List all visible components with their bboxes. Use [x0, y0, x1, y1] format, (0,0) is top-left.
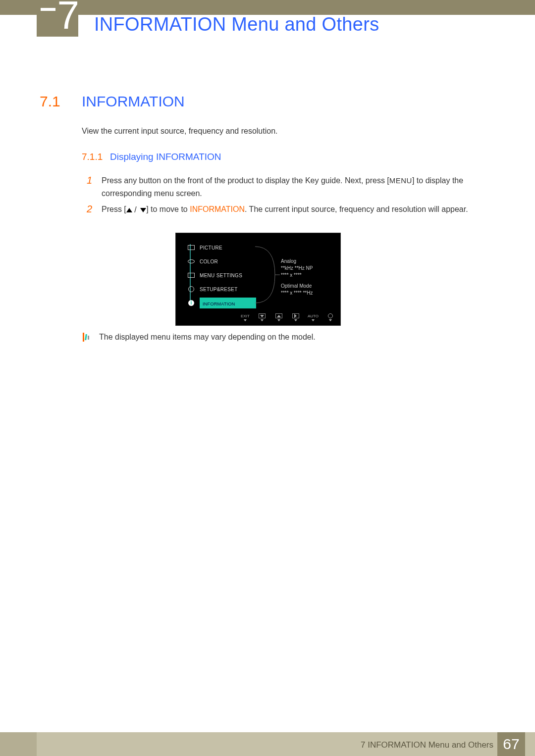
dot-icon	[329, 319, 332, 321]
dot-icon	[294, 319, 297, 321]
up-down-arrow-icon: /	[126, 203, 146, 216]
osd-optimal-value: **** x **** **Hz	[281, 290, 334, 297]
step-number: 1	[87, 174, 92, 187]
footer-left-strip	[0, 732, 37, 756]
menu-settings-icon	[187, 272, 196, 279]
dot-icon	[277, 319, 280, 321]
gear-icon	[187, 286, 196, 293]
step-text: Press any button on the front of the pro…	[102, 176, 389, 185]
osd-down-button	[257, 313, 267, 321]
osd-resolution: **** x ****	[281, 272, 334, 279]
dot-icon	[261, 319, 264, 321]
osd-btn-label: EXIT	[241, 314, 250, 318]
section-number: 7.1	[40, 93, 60, 110]
footer-chapter-label: 7 INFORMATION Menu and Others	[361, 740, 493, 750]
osd-item-setup-reset: SETUP&RESET	[187, 284, 256, 295]
osd-right-button	[291, 313, 301, 321]
osd-info-panel: Analog **kHz **Hz NP **** x **** Optimal…	[281, 258, 334, 297]
step-number: 2	[87, 202, 92, 215]
osd-item-picture: PICTURE	[187, 242, 256, 253]
osd-item-information: i INFORMATION	[187, 298, 256, 308]
manual-page: 7 INFORMATION Menu and Others 7.1 INFORM…	[0, 0, 535, 756]
osd-signal: Analog	[281, 258, 334, 265]
dot-icon	[244, 319, 247, 321]
osd-label: SETUP&RESET	[200, 287, 238, 292]
power-icon	[328, 313, 333, 318]
osd-label: COLOR	[200, 259, 218, 264]
step-text: ] to move to	[146, 205, 190, 213]
step-text: . The current input source, frequency an…	[245, 205, 468, 213]
osd-frequency: **kHz **Hz NP	[281, 265, 334, 272]
note-text: The displayed menu items may vary depend…	[99, 333, 316, 342]
osd-btn-label: AUTO	[308, 314, 319, 318]
dot-icon	[312, 319, 315, 321]
osd-auto-button: AUTO	[308, 314, 319, 321]
step-body: Press any button on the front of the pro…	[102, 174, 481, 200]
osd-screenshot: PICTURE COLOR MENU SETTINGS SETUP&RESET …	[175, 233, 341, 326]
osd-exit-button: EXIT	[240, 314, 250, 321]
step-text: Press [	[102, 205, 126, 213]
triangle-down-icon	[259, 313, 266, 318]
osd-item-menu-settings: MENU SETTINGS	[187, 270, 256, 281]
note-icon	[82, 333, 90, 342]
menu-key-label: MENU	[389, 176, 412, 185]
step-2: 2 Press [ / ] to move to INFORMATION. Th…	[87, 203, 481, 216]
subsection-number: 7.1.1	[82, 151, 103, 162]
chapter-number: 7	[57, 0, 78, 37]
osd-label: INFORMATION	[203, 302, 235, 306]
section-title: INFORMATION	[82, 93, 185, 110]
chapter-title: INFORMATION Menu and Others	[94, 14, 379, 35]
osd-curve-icon	[255, 245, 280, 304]
subsection-title: Displaying INFORMATION	[110, 151, 221, 162]
osd-up-button	[274, 313, 284, 321]
triangle-right-icon	[292, 313, 299, 318]
section-intro: View the current input source, frequency…	[82, 127, 278, 136]
page-number: 67	[497, 732, 525, 756]
osd-label: MENU SETTINGS	[200, 273, 242, 278]
triangle-up-icon	[275, 313, 282, 318]
top-header-bar	[0, 0, 535, 15]
step-1: 1 Press any button on the front of the p…	[87, 174, 481, 200]
osd-power-button	[325, 313, 335, 321]
picture-icon	[187, 244, 196, 251]
osd-label: PICTURE	[200, 245, 222, 251]
osd-optimal-label: Optimal Mode	[281, 283, 334, 290]
osd-item-color: COLOR	[187, 256, 256, 267]
chapter-number-badge: 7	[37, 0, 78, 37]
badge-dash-icon	[41, 8, 55, 11]
osd-menu-list: PICTURE COLOR MENU SETTINGS SETUP&RESET …	[187, 242, 256, 311]
osd-button-row: EXIT AUTO	[176, 312, 340, 322]
step-body: Press [ / ] to move to INFORMATION. The …	[102, 203, 481, 216]
information-keyword: INFORMATION	[190, 205, 245, 213]
info-icon: i	[187, 300, 196, 306]
color-icon	[187, 258, 196, 265]
